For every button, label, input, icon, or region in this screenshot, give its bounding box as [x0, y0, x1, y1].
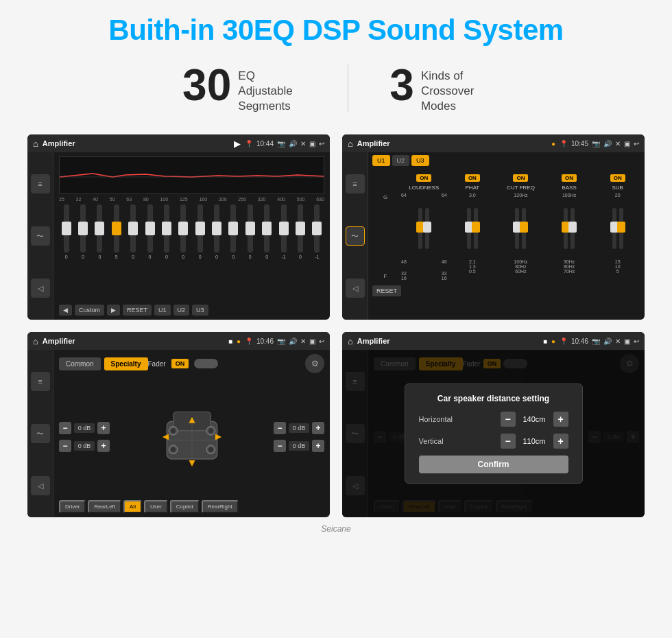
close-icon-2[interactable]: ✕	[615, 140, 621, 147]
db-plus-br[interactable]: +	[312, 440, 324, 452]
phat-g-slider[interactable]	[467, 208, 471, 249]
db-minus-tl[interactable]: −	[59, 422, 71, 434]
eq-slider-9[interactable]: 0	[209, 204, 224, 259]
crossover-labels-row: LOUDNESS PHAT CUT FREQ BASS SUB	[372, 185, 640, 191]
volume-down-icon-3[interactable]: ◁	[31, 476, 50, 495]
u3-btn[interactable]: U3	[192, 305, 208, 316]
sub-g-slider[interactable]	[612, 208, 616, 249]
dialog-minus-h[interactable]: −	[501, 412, 516, 427]
eq-slider-2[interactable]: 0	[93, 204, 107, 259]
eq-icon[interactable]: ≡	[31, 174, 50, 193]
crossover-area: U1 U2 U3 ON ON ON ON ON LOUDNESS PHAT CU…	[368, 152, 645, 320]
db-plus-tr[interactable]: +	[312, 422, 324, 434]
reset-btn[interactable]: RESET	[123, 305, 152, 316]
eq-slider-15[interactable]: -1	[310, 204, 324, 259]
bass-g-slider[interactable]	[564, 208, 568, 249]
eq-icon-2[interactable]: ≡	[346, 174, 365, 193]
topbar-1: ⌂ Amplifier ▶ 📍 10:44 📷 🔊 ✕ ▣ ↩	[27, 134, 330, 152]
eq-slider-1[interactable]: 0	[75, 204, 90, 259]
u1-btn[interactable]: U1	[154, 305, 171, 316]
back-icon-2[interactable]: ↩	[634, 140, 639, 147]
volume-down-icon[interactable]: ◁	[31, 279, 50, 298]
phat-f-slider[interactable]	[474, 208, 478, 249]
next-btn[interactable]: ▶	[107, 305, 120, 316]
dot-icon-3b: ●	[237, 338, 241, 345]
wave-icon[interactable]: 〜	[31, 226, 50, 246]
close-icon-3[interactable]: ✕	[300, 338, 306, 345]
screen2-sidebar: ≡ 〜 ◁	[342, 152, 368, 320]
reset-btn-crossover[interactable]: RESET	[372, 283, 640, 296]
svg-marker-15	[162, 434, 168, 440]
eq-slider-13[interactable]: -1	[276, 204, 291, 259]
fader-toggle[interactable]	[194, 359, 218, 368]
dialog-row-vertical: Vertical − 110cm +	[419, 434, 568, 449]
u2-btn[interactable]: U2	[173, 305, 190, 316]
close-icon[interactable]: ✕	[300, 140, 306, 147]
eq-slider-7[interactable]: 0	[176, 204, 191, 259]
screen3-sidebar: ≡ 〜 ◁	[27, 350, 53, 517]
eq-slider-3[interactable]: 5	[109, 204, 123, 259]
eq-slider-14[interactable]: 0	[293, 204, 307, 259]
volume-icon-2: 🔊	[603, 140, 612, 147]
play-icon[interactable]: ▶	[234, 139, 241, 149]
fader-on[interactable]: ON	[171, 359, 189, 368]
tab-common[interactable]: Common	[59, 357, 101, 370]
back-icon-3[interactable]: ↩	[319, 338, 324, 345]
custom-btn[interactable]: Custom	[75, 305, 104, 316]
camera-icon-3: 📷	[277, 338, 285, 345]
stat-number-crossover: 3	[389, 63, 414, 107]
close-icon-4[interactable]: ✕	[615, 338, 621, 345]
cutfreq-g-slider[interactable]	[515, 208, 519, 249]
stat-number-eq: 30	[182, 63, 231, 107]
prev-btn[interactable]: ◀	[59, 305, 72, 316]
eq-slider-5[interactable]: 0	[143, 204, 157, 259]
pos-user[interactable]: User	[144, 500, 168, 513]
eq-icon-3[interactable]: ≡	[31, 372, 50, 391]
db-minus-br[interactable]: −	[274, 440, 286, 452]
dialog-minus-v[interactable]: −	[501, 434, 516, 449]
db-plus-tl[interactable]: +	[97, 422, 110, 434]
tab-u3[interactable]: U3	[411, 155, 429, 166]
home-icon-4[interactable]: ⌂	[348, 336, 353, 346]
stat-desc-eq: EQ AdjustableSegments	[238, 69, 307, 114]
eq-slider-10[interactable]: 0	[226, 204, 241, 259]
loudness-g-slider[interactable]	[418, 208, 422, 249]
pos-all[interactable]: All	[123, 500, 142, 513]
pos-rearleft[interactable]: RearLeft	[88, 500, 121, 513]
settings-btn[interactable]: ⚙	[305, 354, 324, 373]
tab-specialty[interactable]: Specialty	[104, 357, 148, 370]
sub-f-slider[interactable]	[619, 208, 623, 249]
db-minus-tr[interactable]: −	[274, 422, 286, 434]
wave-icon-2[interactable]: 〜	[346, 226, 365, 246]
wave-icon-3[interactable]: 〜	[31, 424, 50, 443]
back-icon[interactable]: ↩	[319, 140, 324, 147]
dialog-plus-h[interactable]: +	[553, 412, 568, 427]
tab-u1[interactable]: U1	[372, 155, 390, 166]
home-icon-3[interactable]: ⌂	[33, 336, 38, 346]
pos-copilot[interactable]: Copilot	[170, 500, 200, 513]
eq-slider-4[interactable]: 0	[126, 204, 141, 259]
time-1: 10:44	[256, 140, 274, 147]
dialog-plus-v[interactable]: +	[553, 434, 568, 449]
volume-down-icon-2[interactable]: ◁	[346, 279, 365, 298]
eq-slider-8[interactable]: 0	[193, 204, 207, 259]
eq-slider-0[interactable]: 0	[59, 204, 73, 259]
page-title: Buith-in 30EQ DSP Sound System	[108, 14, 563, 47]
location-icon-4: 📍	[560, 338, 568, 345]
db-minus-bl[interactable]: −	[59, 440, 71, 452]
eq-slider-6[interactable]: 0	[159, 204, 173, 259]
position-btns: Driver RearLeft All User Copilot RearRig…	[59, 500, 324, 513]
eq-slider-12[interactable]: 0	[260, 204, 274, 259]
back-icon-4[interactable]: ↩	[634, 338, 639, 345]
bass-f-slider[interactable]	[571, 208, 575, 249]
confirm-button[interactable]: Confirm	[419, 456, 568, 473]
pos-driver[interactable]: Driver	[59, 500, 86, 513]
tab-u2[interactable]: U2	[392, 155, 410, 166]
db-plus-bl[interactable]: +	[97, 440, 110, 452]
loudness-f-slider[interactable]	[425, 208, 429, 249]
eq-slider-11[interactable]: 0	[243, 204, 257, 259]
pos-rearright[interactable]: RearRight	[202, 500, 239, 513]
home-icon-2[interactable]: ⌂	[348, 139, 353, 149]
home-icon[interactable]: ⌂	[33, 139, 38, 149]
cutfreq-f-slider[interactable]	[522, 208, 526, 249]
